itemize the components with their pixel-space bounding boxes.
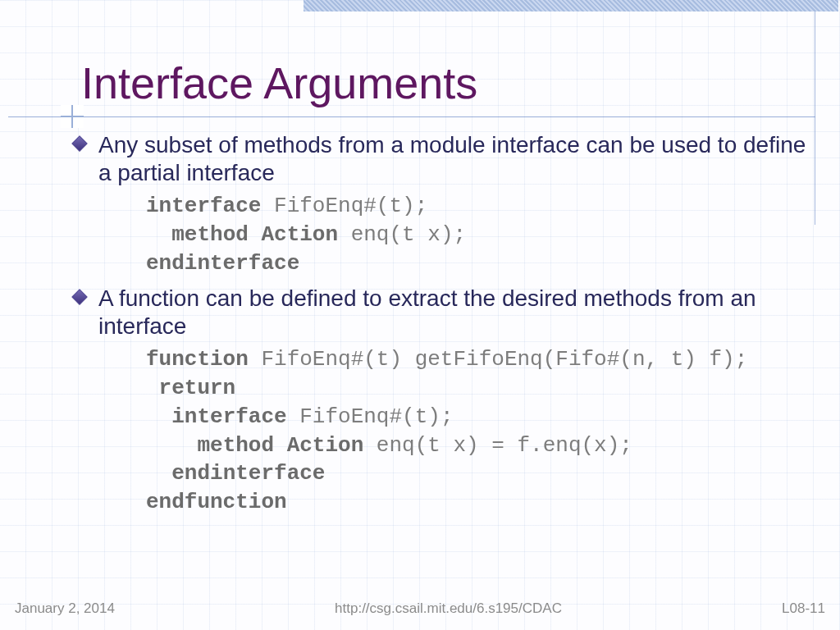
decorative-topbar [304,0,838,11]
kw-method-action: method Action [197,433,363,458]
diamond-icon [71,289,88,305]
kw-endfunction: endfunction [146,490,287,514]
footer-date: January 2, 2014 [15,600,115,617]
code-text: FifoEnq#(t) getFifoEnq(Fifo#(n, t) f); [249,347,748,372]
code-text: FifoEnq#(t); [287,404,454,429]
code-text: FifoEnq#(t); [261,194,427,218]
code-block-2: function FifoEnq#(t) getFifoEnq(Fifo#(n,… [146,345,815,517]
code-block-1: interface FifoEnq#(t); method Action enq… [146,192,815,277]
footer-page: L08-11 [782,600,825,617]
diamond-icon [71,135,88,152]
kw-interface: interface [146,194,261,218]
footer: January 2, 2014 http://csg.csail.mit.edu… [15,600,825,617]
slide: Interface Arguments Any subset of method… [0,0,840,630]
code-text: enq(t x); [338,222,466,247]
kw-return: return [159,376,236,400]
bullet-1-text: Any subset of methods from a module inte… [98,132,806,185]
crosshair-h [61,116,84,117]
kw-endinterface: endinterface [146,251,299,276]
kw-interface: interface [171,404,286,429]
kw-method-action: method Action [171,222,338,247]
slide-title: Interface Arguments [81,57,477,108]
bullet-2: A function can be defined to extract the… [72,285,815,340]
crosshair-ornament [61,105,84,128]
footer-url: http://csg.csail.mit.edu/6.s195/CDAC [335,600,562,617]
slide-body: Any subset of methods from a module inte… [72,131,815,523]
bullet-1: Any subset of methods from a module inte… [72,131,815,187]
kw-function: function [146,347,249,372]
kw-endinterface: endinterface [171,461,325,486]
code-text: enq(t x) = f.enq(x); [363,433,632,458]
title-underline [8,116,815,117]
bullet-2-text: A function can be defined to extract the… [98,285,756,339]
